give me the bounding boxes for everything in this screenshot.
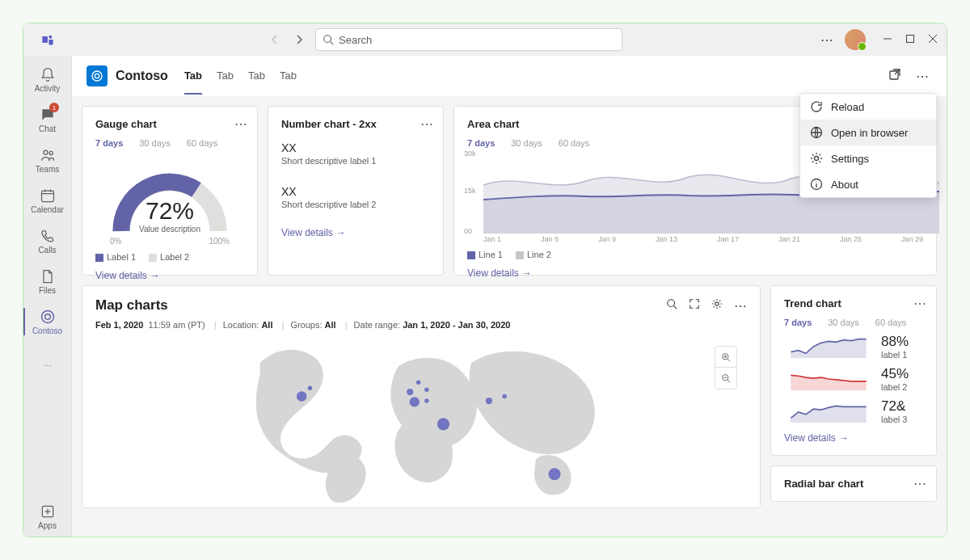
svg-point-24 xyxy=(410,397,420,406)
trend-view-details[interactable]: View details→ xyxy=(784,432,923,444)
tab-3[interactable]: Tab xyxy=(280,58,297,95)
svg-point-26 xyxy=(437,418,449,430)
tab-1[interactable]: Tab xyxy=(217,58,234,95)
arrow-right-icon: → xyxy=(522,267,532,279)
titlebar-more-button[interactable]: ⋯ xyxy=(820,32,833,48)
trend-days-30[interactable]: 30 days xyxy=(828,318,859,327)
ytick: 00 xyxy=(464,227,472,235)
svg-rect-6 xyxy=(41,191,53,201)
svg-point-4 xyxy=(44,150,48,154)
popout-button[interactable] xyxy=(885,65,905,87)
map-expand-button[interactable] xyxy=(689,298,700,314)
rail-label: Activity xyxy=(35,84,61,93)
gauge-value: 72% xyxy=(139,197,200,225)
maximize-button[interactable] xyxy=(906,34,914,45)
map-filters: Feb 1, 2020 11:59 am (PT) |Location: All… xyxy=(95,320,747,330)
num-value: XX xyxy=(281,185,430,198)
calendar-icon xyxy=(40,187,56,204)
rail-calendar[interactable]: Calendar xyxy=(23,180,71,221)
rail-calls[interactable]: Calls xyxy=(23,221,71,261)
forward-button[interactable] xyxy=(289,30,309,49)
svg-point-20 xyxy=(308,385,313,390)
area-days-7[interactable]: 7 days xyxy=(467,138,495,148)
tab-2[interactable]: Tab xyxy=(248,58,265,95)
rail-apps[interactable]: Apps xyxy=(23,496,71,537)
header-more-button[interactable]: ⋯ xyxy=(913,65,932,87)
search-icon xyxy=(323,34,334,45)
legend-item: Label 2 xyxy=(149,252,189,262)
ytick: 15k xyxy=(464,187,476,195)
dd-open-browser[interactable]: Open in browser xyxy=(800,120,936,145)
tab-0[interactable]: Tab xyxy=(184,58,202,95)
rail-label: Files xyxy=(39,286,56,295)
svg-point-19 xyxy=(297,391,306,401)
rail-label: Apps xyxy=(38,521,57,530)
world-map xyxy=(95,330,747,507)
xtick: Jan 21 xyxy=(778,235,800,243)
trend-days-7[interactable]: 7 days xyxy=(784,318,812,327)
map-more-button[interactable]: ⋯ xyxy=(734,298,747,314)
zoom-control xyxy=(715,346,737,389)
area-view-details[interactable]: View details→ xyxy=(467,267,923,279)
area-days-60[interactable]: 60 days xyxy=(559,138,590,148)
gauge-view-details[interactable]: View details→ xyxy=(95,270,244,281)
trend-title: Trend chart xyxy=(784,297,923,309)
trend-more[interactable]: ⋯ xyxy=(913,296,926,311)
bell-icon xyxy=(40,66,56,82)
svg-point-23 xyxy=(424,388,429,393)
rail-contoso[interactable]: Contoso xyxy=(23,301,71,342)
gauge-days-30[interactable]: 30 days xyxy=(139,138,171,148)
rail-teams[interactable]: Teams xyxy=(23,140,71,180)
rail-files[interactable]: Files xyxy=(23,261,71,301)
back-button[interactable] xyxy=(265,30,285,49)
svg-point-29 xyxy=(548,468,560,480)
search-placeholder: Search xyxy=(339,34,372,46)
dd-settings[interactable]: Settings xyxy=(800,145,936,171)
minimize-button[interactable] xyxy=(884,34,892,45)
radial-more[interactable]: ⋯ xyxy=(913,476,926,491)
dd-about[interactable]: About xyxy=(800,171,936,197)
zoom-out-button[interactable] xyxy=(715,368,736,389)
user-avatar[interactable] xyxy=(845,29,866,50)
rail-chat[interactable]: 1 Chat xyxy=(23,99,71,140)
gauge-more[interactable]: ⋯ xyxy=(234,116,247,132)
gauge-card: Gauge chart ⋯ 7 days 30 days 60 days 72% xyxy=(82,106,258,276)
gauge-title: Gauge chart xyxy=(95,118,244,130)
phone-icon xyxy=(40,228,56,244)
gauge-days-60[interactable]: 60 days xyxy=(187,138,218,148)
rail-label: Contoso xyxy=(32,326,62,335)
number-more[interactable]: ⋯ xyxy=(420,116,433,132)
search-input[interactable]: Search xyxy=(315,28,622,51)
area-days-30[interactable]: 30 days xyxy=(511,138,542,148)
dd-label: Settings xyxy=(831,153,869,165)
close-button[interactable] xyxy=(929,34,937,45)
sparkline-2 xyxy=(784,368,873,390)
zoom-in-button[interactable] xyxy=(715,347,736,368)
globe-icon xyxy=(810,126,823,139)
dd-label: About xyxy=(831,179,858,191)
dd-reload[interactable]: Reload xyxy=(800,94,936,120)
trend-days-60[interactable]: 60 days xyxy=(875,318,907,327)
svg-point-17 xyxy=(668,299,675,306)
radial-title: Radial bar chart xyxy=(784,478,923,490)
svg-point-27 xyxy=(486,398,492,404)
map-card: Map charts ⋯ Feb 1, 2020 11:59 am (PT) |… xyxy=(82,285,761,508)
trend-label: label 2 xyxy=(881,382,909,392)
gauge-days-7[interactable]: 7 days xyxy=(95,138,123,148)
rail-more[interactable]: ⋯ xyxy=(23,345,71,385)
sparkline-1 xyxy=(784,335,873,358)
info-icon xyxy=(810,178,823,191)
map-search-button[interactable] xyxy=(666,298,677,314)
gauge-desc: Value description xyxy=(139,225,200,234)
number-view-details[interactable]: View details→ xyxy=(281,227,430,238)
rail-activity[interactable]: Activity xyxy=(23,59,71,99)
svg-point-8 xyxy=(44,314,50,319)
xtick: Jan 1 xyxy=(483,235,501,243)
arrow-right-icon: → xyxy=(150,270,160,281)
xtick: Jan 5 xyxy=(541,235,559,243)
map-settings-button[interactable] xyxy=(711,298,723,314)
arrow-right-icon: → xyxy=(839,432,849,444)
legend-item: Label 1 xyxy=(95,252,136,262)
svg-point-28 xyxy=(502,394,507,399)
trend-value: 88% xyxy=(881,334,909,350)
